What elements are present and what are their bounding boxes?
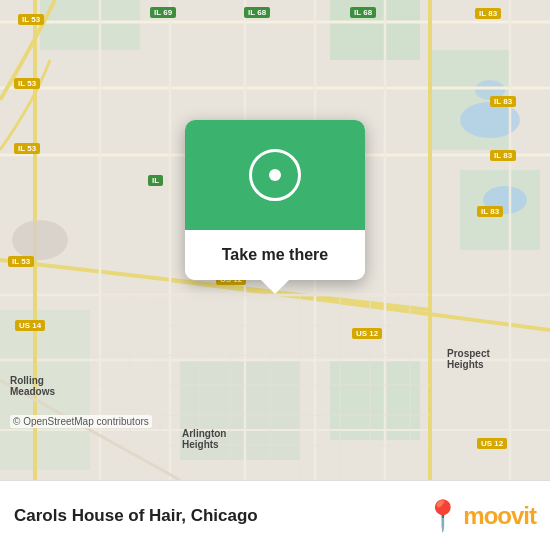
svg-point-10 [475, 80, 505, 100]
svg-rect-6 [0, 310, 90, 470]
moovit-logo: 📍 moovit [424, 501, 536, 531]
svg-point-27 [12, 220, 68, 260]
app: IL 53 IL 53 IL 53 IL 53 IL 69 IL 68 IL 6… [0, 0, 550, 550]
moovit-pin-icon: 📍 [424, 501, 461, 531]
svg-point-9 [483, 186, 527, 214]
svg-rect-4 [330, 360, 420, 440]
location-pin-icon [249, 149, 301, 201]
osm-credit: © OpenStreetMap contributors [10, 415, 152, 428]
take-me-there-button[interactable]: Take me there [185, 230, 365, 280]
pin-dot [269, 169, 281, 181]
popup-card: Take me there [185, 120, 365, 280]
popup-tail [261, 280, 289, 294]
place-name: Carols House of Hair, Chicago [14, 506, 424, 526]
moovit-text: moovit [463, 502, 536, 530]
svg-rect-1 [330, 0, 420, 60]
bottom-bar: Carols House of Hair, Chicago 📍 moovit [0, 480, 550, 550]
popup-green-area [185, 120, 365, 230]
svg-rect-5 [40, 0, 140, 50]
map-container: IL 53 IL 53 IL 53 IL 53 IL 69 IL 68 IL 6… [0, 0, 550, 480]
